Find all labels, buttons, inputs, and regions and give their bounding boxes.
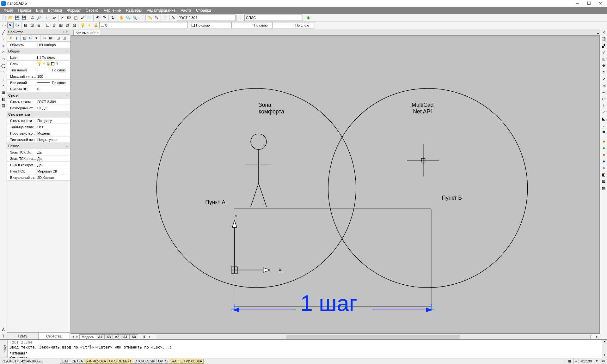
properties-header[interactable]: Свойства ⟂ × [7,29,70,35]
prop-btn-3[interactable]: ▥ [21,35,27,41]
prop-val[interactable]: Мировая СК [36,168,70,174]
modify-array[interactable]: ⊞ [601,56,607,62]
prop-group-header[interactable]: Общие▭ [7,48,70,54]
status-snap-ОРТО[interactable]: ОРТО [156,359,169,364]
render-4[interactable] [601,158,607,165]
similar-button[interactable]: ⊞ [36,22,42,28]
copy-button[interactable] [66,15,72,21]
status-snap-ОТС-ОБЪЕКТ[interactable]: ОТС-ОБЪЕКТ [107,359,133,364]
group-button[interactable]: ▨ [71,22,77,28]
prop-group-header[interactable]: Разное▭ [7,143,70,149]
modify-trim[interactable]: ⊸ [601,89,607,95]
selectall-button[interactable]: ☐ [44,22,51,28]
modify-break[interactable]: ⟊ [601,102,607,109]
status-paper-icon[interactable]: ▫ [573,358,579,364]
prop-val[interactable]: 0 [36,86,70,92]
menu-file[interactable]: Файл [1,8,16,13]
modify-erase[interactable]: ✕ [601,29,607,36]
render-8[interactable]: ▤ [601,185,607,191]
invert-button[interactable]: ⊡ [29,22,35,28]
region-tool[interactable]: ◧ [0,96,7,102]
prop-val[interactable]: По цвету [36,118,70,124]
status-grid-icon[interactable]: ▦ [566,358,573,364]
close-button[interactable]: ✕ [598,1,603,6]
status-snap-СЕТКА[interactable]: СЕТКА [70,359,84,364]
normacs-button[interactable]: ◉ [305,15,311,21]
modify-chamfer[interactable]: ◣ [601,116,607,122]
menu-service[interactable]: Сервис [83,8,101,13]
modify-offset[interactable]: ⫽ [601,49,607,56]
props-pin-icon[interactable]: ⟂ [63,30,65,34]
model-tab-a3[interactable]: A3 [104,334,113,339]
prop-val[interactable]: По слою [36,54,70,60]
modify-move[interactable]: ✥ [601,63,607,69]
circle-tool[interactable]: ○ [0,43,7,49]
measure-button[interactable]: 📏 [147,15,153,21]
prop-btn-9[interactable]: ◫ [61,35,67,41]
menu-help[interactable]: Справка [193,8,213,13]
minimize-button[interactable]: ─ [575,1,580,6]
doctabs-dropdown-icon[interactable]: ▾ [597,32,599,35]
modify-rotate[interactable]: ↻ [601,69,607,76]
open-file-button[interactable] [7,15,14,21]
arc-tool[interactable]: ◠ [0,49,7,56]
document-tab[interactable]: Без имени0* × [73,30,101,35]
props-close-icon[interactable]: × [65,30,69,34]
props-tab-tdms[interactable]: TDMS [7,333,39,339]
cmd-scrollbar[interactable]: ▴▾ [602,340,607,358]
match-button[interactable]: 🖌 [79,15,86,21]
saveall-button[interactable] [21,15,27,21]
hatch-tool[interactable]: ▦ [0,89,7,95]
modify-mirror[interactable]: ▞ [601,43,607,49]
drawing-canvas[interactable]: Зона комфорта MultiCad Net API Пункт А П… [71,35,600,334]
textstyle-icon[interactable]: Aₐ [170,15,177,21]
prop-objects-val[interactable]: Нет набора [36,42,70,48]
status-snap-ШАГ[interactable]: ШАГ [60,359,70,364]
render-2[interactable] [601,145,607,151]
model-tab-next[interactable]: ▸ [75,335,80,339]
split-icon[interactable]: ▮ [141,335,147,339]
rect-tool[interactable]: ▭ [0,56,7,62]
new-file-button[interactable] [1,15,7,21]
modify-fillet[interactable]: ◟ [601,122,607,129]
filter-button[interactable]: ▦ [58,22,64,28]
status-clean-icon[interactable]: ▭ [600,358,607,364]
prop-group-header[interactable]: Стиль печати▭ [7,111,70,118]
prop-btn-5[interactable]: ▾ [34,35,39,41]
status-snap-ШТРИХОВКА[interactable]: ШТРИХОВКА [179,359,204,364]
dimstyle-icon[interactable]: ⟊ [238,15,244,21]
menu-format[interactable]: Формат [64,8,83,13]
ellipse-tool[interactable]: ◯ [0,63,7,69]
text-tool[interactable]: T [0,333,7,339]
prop-btn-4[interactable]: ⚙ [28,35,33,41]
prop-btn-7[interactable]: ⊞ [47,35,53,41]
table-tool[interactable]: ▤ [0,102,7,109]
save-file-button[interactable] [14,15,20,21]
lasso-button[interactable]: ◌ [14,22,20,28]
layer-lock-icon[interactable]: 🔒 [93,22,99,28]
prop-btn-6[interactable]: ▭ [41,35,47,41]
linetype-field[interactable]: По слою [231,22,273,28]
command-line[interactable]: Ком... ГОСТ 2.304 Ввод текста. Закончить… [0,339,607,358]
prop-btn-2[interactable]: ▮ [14,35,19,41]
deselect-button[interactable]: ⊠ [51,22,57,28]
maximize-button[interactable]: ☐ [586,1,592,6]
prop-val[interactable]: 100 [36,73,70,79]
model-tab-a0[interactable]: A0 [129,334,138,339]
prop-val[interactable]: 💡☀🔒0 [36,61,70,67]
zoom-extents-button[interactable]: ⛶ [138,15,144,21]
modify-scale[interactable]: ⤢ [601,76,607,82]
props-tab-properties[interactable]: Свойства [39,333,70,339]
prop-btn-1[interactable]: ✚ [8,35,13,41]
hscroll-left[interactable]: ◂ [147,335,151,339]
paste-button[interactable] [73,15,79,21]
horizontal-scrollbar[interactable] [156,335,591,339]
pline-tool[interactable]: ⟋ [0,36,7,42]
zoom-realtime-button[interactable]: 🔍 [125,15,131,21]
status-snap-ВЕС[interactable]: ВЕС [169,359,179,364]
prop-val[interactable]: 2D Каркас [36,174,70,180]
area-button[interactable]: ▱ [51,15,57,21]
prop-val[interactable]: Модель [36,130,70,136]
render-6[interactable]: ◧ [601,172,607,178]
textstyle-field[interactable] [177,15,236,21]
